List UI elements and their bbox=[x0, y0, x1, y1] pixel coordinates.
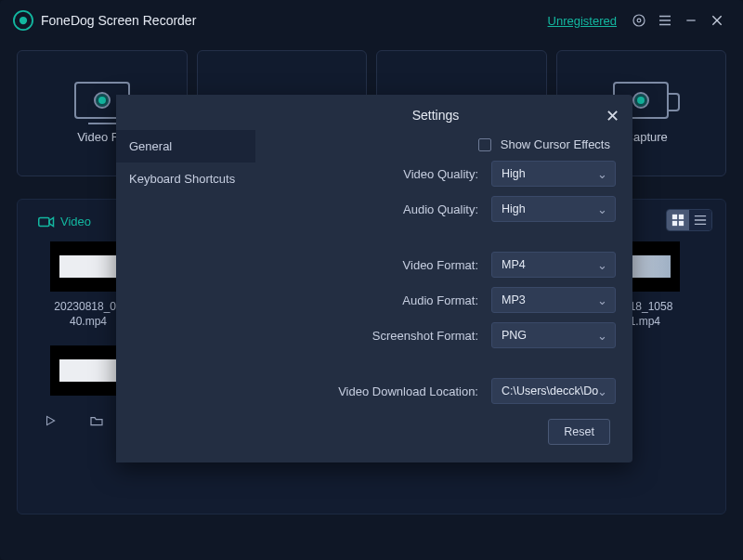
video-quality-label: Video Quality: bbox=[255, 167, 482, 181]
download-location-label: Video Download Location: bbox=[255, 384, 482, 398]
settings-gear-icon[interactable] bbox=[626, 7, 652, 33]
video-quality-select[interactable]: High⌄ bbox=[491, 161, 616, 187]
svg-point-3 bbox=[637, 19, 641, 22]
view-list-button[interactable] bbox=[689, 210, 711, 230]
svg-rect-13 bbox=[672, 221, 677, 226]
audio-format-select[interactable]: MP3⌄ bbox=[491, 287, 616, 313]
svg-point-2 bbox=[633, 15, 645, 26]
view-switch bbox=[666, 209, 712, 231]
gallery-tab-video[interactable]: Video bbox=[33, 213, 97, 230]
chevron-down-icon: ⌄ bbox=[597, 202, 607, 216]
settings-sidebar: General Keyboard Shortcuts bbox=[116, 95, 255, 462]
minimize-icon[interactable] bbox=[678, 7, 704, 33]
folder-icon[interactable] bbox=[86, 410, 107, 431]
settings-modal: General Keyboard Shortcuts Settings ✕ Sh… bbox=[116, 95, 632, 462]
thumbnail bbox=[50, 345, 126, 396]
app-logo-icon bbox=[13, 10, 33, 31]
video-format-label: Video Format: bbox=[255, 258, 482, 272]
chevron-down-icon: ⌄ bbox=[597, 329, 607, 343]
chevron-down-icon: ⌄ bbox=[597, 258, 607, 272]
svg-marker-18 bbox=[47, 417, 55, 425]
title-bar: FoneDog Screen Recorder Unregistered bbox=[0, 0, 743, 41]
chevron-down-icon: ⌄ bbox=[597, 293, 607, 307]
audio-quality-select[interactable]: High⌄ bbox=[491, 196, 616, 222]
play-icon[interactable] bbox=[40, 410, 60, 431]
reset-button[interactable]: Reset bbox=[548, 419, 610, 445]
settings-tab-shortcuts[interactable]: Keyboard Shortcuts bbox=[116, 163, 255, 195]
thumbnail bbox=[50, 241, 126, 292]
video-format-select[interactable]: MP4⌄ bbox=[491, 252, 616, 278]
show-cursor-label: Show Cursor Effects bbox=[501, 137, 610, 151]
close-icon[interactable] bbox=[704, 7, 730, 33]
show-cursor-checkbox[interactable] bbox=[478, 138, 491, 151]
svg-rect-12 bbox=[679, 215, 684, 219]
thumbnail-caption: 20230818_0140.mp4 bbox=[54, 299, 122, 329]
video-icon bbox=[38, 215, 55, 228]
audio-format-label: Audio Format: bbox=[255, 293, 482, 307]
app-title: FoneDog Screen Recorder bbox=[41, 13, 196, 28]
chevron-down-icon: ⌄ bbox=[597, 167, 607, 181]
audio-quality-label: Audio Quality: bbox=[255, 202, 482, 216]
screenshot-format-select[interactable]: PNG⌄ bbox=[491, 322, 616, 348]
register-link[interactable]: Unregistered bbox=[548, 14, 617, 28]
hamburger-menu-icon[interactable] bbox=[652, 7, 678, 33]
chevron-down-icon: ⌄ bbox=[597, 384, 607, 398]
settings-close-icon[interactable]: ✕ bbox=[606, 106, 619, 126]
svg-rect-14 bbox=[679, 221, 684, 226]
svg-rect-11 bbox=[672, 215, 677, 219]
view-grid-button[interactable] bbox=[667, 210, 689, 230]
settings-tab-general[interactable]: General bbox=[116, 130, 255, 163]
screenshot-format-label: Screenshot Format: bbox=[255, 329, 482, 343]
gallery-tab-label: Video bbox=[60, 215, 91, 228]
download-location-field[interactable]: C:\Users\decck\Do⌄ bbox=[491, 378, 616, 404]
settings-title: Settings bbox=[255, 108, 616, 123]
svg-rect-10 bbox=[39, 217, 49, 226]
svg-point-1 bbox=[20, 17, 27, 24]
